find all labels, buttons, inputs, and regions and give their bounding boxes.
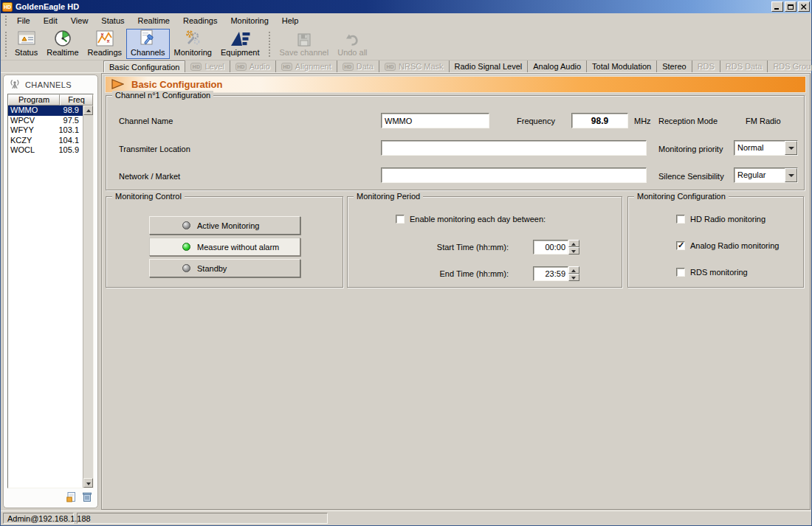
scroll-up-icon[interactable] — [83, 105, 93, 115]
menu-item-readings[interactable]: Readings — [176, 14, 224, 27]
scroll-down-icon[interactable] — [83, 478, 93, 488]
checkbox-row-rds-monitoring[interactable]: RDS monitoring — [676, 268, 748, 277]
end-time-input[interactable] — [533, 266, 568, 281]
toolbar-button-label: Save channel — [280, 48, 329, 57]
silence-sensibility-select[interactable]: Regular — [734, 167, 798, 183]
checkbox-row-analog-radio-monitoring[interactable]: Analog Radio monitoring — [676, 241, 779, 250]
delete-channel-icon[interactable] — [82, 491, 92, 504]
toolbar-grip[interactable] — [5, 32, 7, 57]
monitoring-priority-select[interactable]: Normal — [734, 140, 798, 156]
menu-item-monitoring[interactable]: Monitoring — [224, 14, 275, 27]
channels-icon — [138, 29, 157, 48]
tab-data[interactable]: HDData — [337, 60, 379, 72]
column-header-freq[interactable]: Freq — [60, 94, 93, 105]
menu-item-edit[interactable]: Edit — [37, 14, 64, 27]
menu-item-help[interactable]: Help — [275, 14, 306, 27]
menu-grip[interactable] — [5, 15, 7, 26]
channels-table-body: WMMO98.9WPCV97.5WFYY103.1KCZY104.1WOCL10… — [8, 105, 93, 488]
analog-radio-monitoring-checkbox[interactable] — [676, 241, 685, 250]
menu-item-file[interactable]: File — [10, 14, 37, 27]
monitoring-control-measure-without-alarm[interactable]: Measure without alarm — [149, 238, 300, 256]
tab-rds[interactable]: RDS — [692, 60, 720, 72]
toolbar-button-label: Readings — [88, 48, 122, 57]
channel-frequency: 105.9 — [57, 145, 83, 156]
channel-row-kczy[interactable]: KCZY104.1 — [8, 136, 83, 146]
monitoring-control-standby[interactable]: Standby — [149, 259, 300, 277]
network-market-input[interactable] — [381, 167, 647, 183]
channel-row-wpcv[interactable]: WPCV97.5 — [8, 116, 83, 126]
minimize-button[interactable] — [771, 1, 783, 12]
menu-item-view[interactable]: View — [64, 14, 95, 27]
status-bar: Admin@192.168.1.188 — [1, 511, 811, 525]
tab-basic-configuration[interactable]: Basic Configuration — [103, 60, 185, 72]
toolbar-button-readings[interactable]: Readings — [83, 29, 126, 59]
frequency-label: Frequency — [517, 117, 555, 125]
menu-bar-items: FileEditViewStatusRealtimeReadingsMonito… — [10, 14, 305, 27]
tab-bar: Basic ConfigurationHDLevelHDAudioHDAlign… — [1, 60, 811, 73]
menu-item-status[interactable]: Status — [94, 14, 131, 27]
menu-item-realtime[interactable]: Realtime — [131, 14, 176, 27]
frequency-input[interactable] — [571, 113, 628, 128]
hd-icon: HD — [385, 63, 396, 71]
chevron-down-icon[interactable] — [785, 168, 797, 182]
start-time-spinner — [533, 240, 579, 255]
spin-up-icon[interactable] — [568, 240, 579, 247]
toolbar-button-monitoring[interactable]: Monitoring — [170, 29, 216, 59]
channel-row-wfyy[interactable]: WFYY103.1 — [8, 125, 83, 136]
hd-icon: HD — [343, 63, 354, 71]
toolbar: StatusRealtimeReadingsChannelsMonitoring… — [1, 28, 811, 60]
equipment-icon — [229, 30, 251, 48]
tab-label: Analog Audio — [533, 62, 581, 71]
start-time-input[interactable] — [533, 240, 568, 255]
monitoring-control-group: Monitoring Control Active MonitoringMeas… — [106, 196, 343, 288]
tab-stereo[interactable]: Stereo — [657, 60, 692, 72]
toolbar-button-equipment[interactable]: Equipment — [216, 29, 264, 59]
tab-rds-data[interactable]: RDS Data — [720, 60, 768, 72]
toolbar-button-realtime[interactable]: Realtime — [42, 29, 83, 59]
tab-rds-group[interactable]: RDS Group — [768, 60, 812, 72]
channel-name-input[interactable] — [381, 113, 489, 128]
channels-scrollbar[interactable] — [83, 105, 93, 488]
tab-alignment[interactable]: HDAlignment — [276, 60, 337, 72]
tab-analog-audio[interactable]: Analog Audio — [528, 60, 587, 72]
close-button[interactable] — [798, 1, 810, 12]
chevron-down-icon[interactable] — [785, 141, 797, 155]
column-header-program[interactable]: Program — [8, 94, 60, 105]
monitoring-priority-value: Normal — [734, 141, 785, 155]
channel-frequency: 103.1 — [57, 125, 83, 136]
maximize-button[interactable] — [785, 1, 796, 12]
enable-monitoring-checkbox[interactable] — [396, 215, 405, 224]
transmitter-location-input[interactable] — [381, 140, 647, 156]
channels-table-header: Program Freq — [8, 94, 93, 105]
tab-level[interactable]: HDLevel — [185, 60, 230, 72]
tab-label: Basic Configuration — [109, 63, 179, 72]
tab-audio[interactable]: HDAudio — [230, 60, 276, 72]
toolbar-button-undo-all[interactable]: Undo all — [333, 29, 371, 59]
readings-icon — [95, 29, 114, 48]
toolbar-button-status[interactable]: Status — [10, 29, 42, 59]
enable-monitoring-checkbox-row[interactable]: Enable monitoring each day between: — [396, 215, 546, 224]
monitoring-control-label: Active Monitoring — [197, 221, 259, 230]
export-channel-icon[interactable] — [66, 491, 77, 504]
spin-down-icon[interactable] — [568, 274, 579, 281]
channel-config-group: Channel n°1 Configuration Channel Name F… — [106, 95, 805, 190]
toolbar-button-save-channel[interactable]: Save channel — [275, 29, 334, 59]
led-gray-icon — [182, 264, 190, 272]
tab-total-modulation[interactable]: Total Modulation — [587, 60, 657, 72]
rds-monitoring-checkbox[interactable] — [676, 268, 685, 277]
hd-icon: HD — [190, 63, 202, 71]
tab-nrsc-mask[interactable]: HDNRSC Mask — [379, 60, 450, 72]
tab-label: Audio — [250, 62, 270, 71]
tab-radio-signal-level[interactable]: Radio Signal Level — [450, 60, 529, 72]
channel-row-wmmo[interactable]: WMMO98.9 — [8, 105, 83, 116]
checkbox-row-hd-radio-monitoring[interactable]: HD Radio monitoring — [676, 215, 765, 224]
channel-row-wocl[interactable]: WOCL105.9 — [8, 145, 83, 156]
spin-down-icon[interactable] — [568, 247, 579, 255]
channels-rows: WMMO98.9WPCV97.5WFYY103.1KCZY104.1WOCL10… — [8, 105, 83, 488]
monitoring-control-active-monitoring[interactable]: Active Monitoring — [149, 216, 300, 235]
hd-radio-monitoring-checkbox[interactable] — [676, 215, 685, 224]
spin-up-icon[interactable] — [568, 266, 579, 274]
monitoring-period-group-title: Monitoring Period — [354, 192, 423, 201]
toolbar-button-channels[interactable]: Channels — [126, 29, 169, 59]
channel-program: WPCV — [8, 116, 57, 126]
